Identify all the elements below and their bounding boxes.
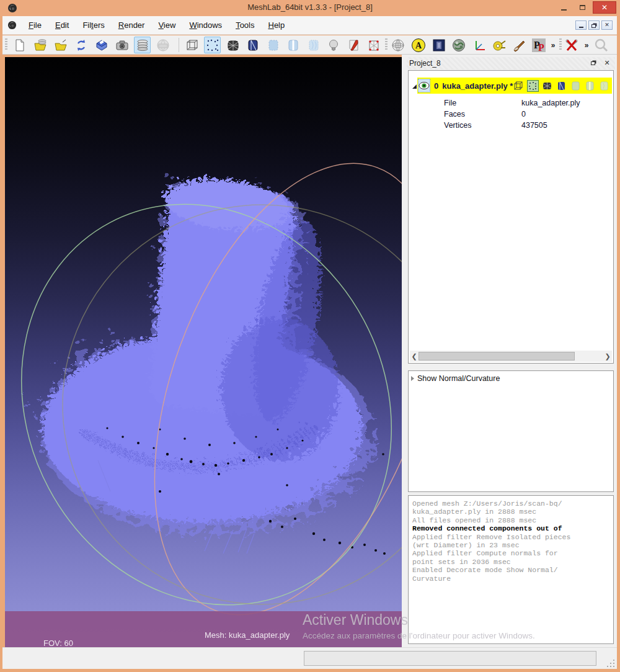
menu-edit[interactable]: Edit	[48, 18, 76, 32]
layer-expander-icon[interactable]	[412, 84, 417, 89]
render-smooth-button[interactable]	[305, 37, 322, 53]
shader-view-button[interactable]	[450, 37, 467, 53]
mesh-render	[5, 57, 402, 647]
field-label-file: File	[444, 99, 456, 107]
new-document-icon	[13, 38, 27, 52]
collapsed-arrow-icon[interactable]	[411, 376, 414, 381]
toolbar-grip[interactable]	[385, 38, 388, 51]
hidden-lines-cylinder-icon	[246, 38, 260, 52]
layer-visibility-toggle[interactable]	[418, 79, 430, 92]
mdi-close-button[interactable]: ✕	[601, 20, 613, 30]
log-line: Enabled Decorate mode Show Normal/	[412, 566, 609, 574]
toolbar-overflow-button[interactable]: »	[548, 37, 558, 53]
log-line: kuka_adapter.ply in 2888 msec	[412, 508, 609, 516]
log-line: Applied filter Remove Isolated pieces	[412, 533, 609, 541]
layer-wireframe-toggle[interactable]	[541, 80, 553, 92]
scroll-thumb[interactable]	[418, 352, 575, 361]
snapshot-button[interactable]	[113, 37, 130, 53]
render-hidden-lines-button[interactable]	[244, 37, 261, 53]
wire-cube-icon	[513, 81, 524, 91]
layer-smooth-toggle[interactable]	[598, 80, 610, 92]
project-dock-title: Project_8	[409, 59, 441, 68]
paint-brush-button[interactable]	[510, 37, 527, 53]
save-button[interactable]	[93, 37, 110, 53]
import-mesh-button[interactable]	[52, 37, 69, 53]
render-lighting-button[interactable]	[325, 37, 342, 53]
log-line: Opened mesh Z:/Users/Joris/scan-bq/	[412, 500, 609, 508]
render-points-button[interactable]	[204, 37, 221, 53]
layer-flat-toggle[interactable]	[570, 80, 582, 92]
menu-bar: File Edit Filters Render View Windows To…	[2, 16, 618, 35]
scroll-left-arrow[interactable]: ❮	[410, 352, 418, 361]
minimize-button[interactable]	[556, 1, 572, 14]
dock-close-button[interactable]: ✕	[603, 58, 611, 67]
resize-grip[interactable]	[607, 659, 615, 667]
render-wireframe-button[interactable]	[224, 37, 241, 53]
menu-windows[interactable]: Windows	[182, 18, 229, 32]
scroll-right-arrow[interactable]: ❯	[603, 352, 612, 361]
decorator-title[interactable]: Show Normal/Curvature	[417, 374, 500, 383]
viewport-hud: FOV: 60 FPS: 37.7 Mesh: kuka_adapter.ply…	[5, 611, 402, 647]
search-icon	[594, 38, 609, 53]
layer-hidden-lines-toggle[interactable]	[556, 80, 567, 92]
viewport-3d[interactable]: FOV: 60 FPS: 37.7 Mesh: kuka_adapter.ply…	[5, 57, 402, 647]
layer-bbox-toggle[interactable]	[513, 80, 525, 92]
open-project-button[interactable]	[32, 37, 48, 53]
toolbar-grip[interactable]	[5, 38, 7, 51]
selected-vertices-icon	[367, 38, 381, 52]
project-dock-titlebar[interactable]: Project_8 ✕	[407, 57, 615, 69]
floppy-disk-icon	[95, 38, 108, 52]
show-web-result-button[interactable]	[154, 37, 171, 53]
letter-a-badge-button[interactable]: A	[410, 37, 427, 53]
mdi-minimize-button[interactable]	[575, 20, 587, 30]
log-line: Removed connected components out of	[412, 524, 609, 532]
axes-icon	[472, 38, 486, 52]
menu-render[interactable]: Render	[112, 18, 152, 32]
field-value-file: kuka_adapter.ply	[521, 99, 580, 107]
layer-flat-lines-toggle[interactable]	[584, 80, 596, 92]
red-x-tools-icon	[564, 38, 579, 53]
maximize-button[interactable]	[574, 1, 590, 14]
decorator-panel: Show Normal/Curvature	[408, 370, 614, 492]
show-axis-button[interactable]	[471, 37, 487, 53]
pp-letters-icon: PP	[531, 38, 546, 53]
menu-file[interactable]: File	[22, 18, 48, 32]
menu-view[interactable]: View	[151, 18, 182, 32]
menu-tools[interactable]: Tools	[229, 18, 261, 32]
log-line: Curvature	[412, 575, 609, 583]
smooth-cylinder-icon	[600, 81, 609, 91]
mdi-restore-button[interactable]	[588, 20, 600, 30]
reload-button[interactable]	[73, 37, 89, 53]
show-trackball-button[interactable]	[389, 37, 406, 53]
toolbar-grip[interactable]	[559, 38, 562, 51]
log-panel[interactable]: Opened mesh Z:/Users/Joris/scan-bq/ kuka…	[408, 495, 614, 644]
open-folder-layers-icon	[33, 38, 47, 52]
layers-hscrollbar[interactable]: ❮ ❯	[410, 351, 612, 362]
render-flat-lines-button[interactable]	[285, 37, 301, 53]
menu-filters[interactable]: Filters	[76, 18, 111, 32]
show-layer-dialog-button[interactable]	[134, 37, 151, 53]
new-project-button[interactable]	[11, 37, 28, 53]
layer-row-selected[interactable]: 0 kuka_adapter.ply *	[417, 78, 612, 94]
status-bar	[2, 647, 618, 669]
mdi-child-icon[interactable]	[7, 20, 17, 30]
close-button[interactable]: ✕	[593, 1, 616, 14]
edit-delete-button[interactable]	[563, 37, 580, 53]
dock-float-button[interactable]	[589, 58, 598, 67]
window-border-left	[0, 16, 2, 669]
search-button[interactable]	[593, 37, 609, 53]
render-backface-button[interactable]	[345, 37, 361, 53]
pp-plugin-button[interactable]: PP	[530, 37, 547, 53]
mottled-sphere-icon	[452, 38, 466, 52]
texture-view-button[interactable]	[430, 37, 447, 53]
menu-help[interactable]: Help	[261, 18, 291, 32]
camera-icon	[115, 38, 129, 52]
layer-points-toggle[interactable]	[527, 80, 539, 92]
render-flat-button[interactable]	[265, 37, 281, 53]
render-selected-vertices-button[interactable]	[365, 37, 382, 53]
toolbar-overflow-button-2[interactable]: »	[582, 37, 591, 53]
measure-tape-button[interactable]	[490, 37, 507, 53]
hidden-lines-cylinder-icon	[557, 81, 566, 91]
svg-text:P: P	[538, 42, 544, 53]
render-bbox-button[interactable]	[184, 37, 200, 53]
